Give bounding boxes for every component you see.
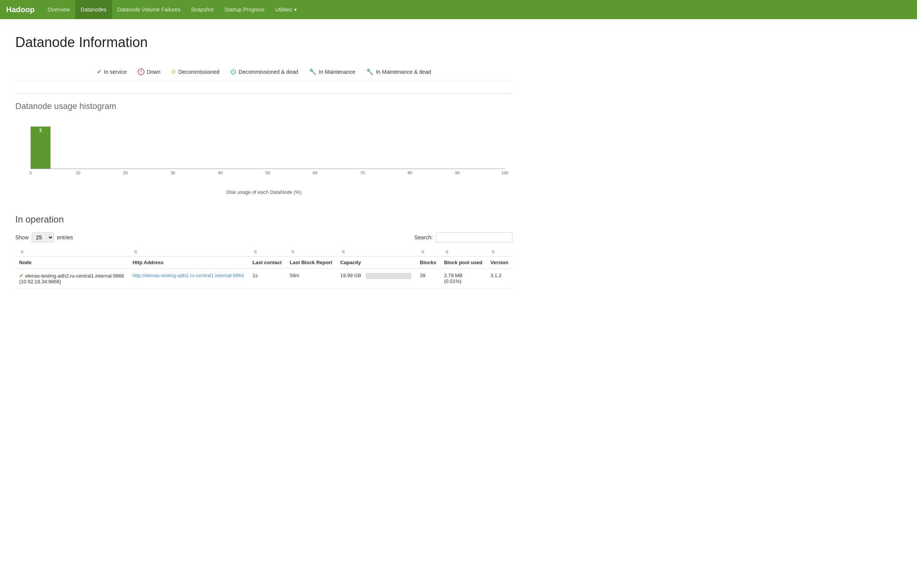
in-maintenance-icon: 🔧 (309, 68, 317, 75)
table-controls: Show 25 10 50 100 entries Search: (15, 232, 512, 242)
histogram-title: Datanode usage histogram (15, 101, 512, 111)
navbar-brand[interactable]: Hadoop (6, 5, 34, 14)
x-tick-60: 60 (313, 171, 317, 175)
http-address-link[interactable]: http://elenas-testing-adh2.ru-central1.i… (133, 273, 244, 278)
utilities-label: Utilities (275, 6, 293, 13)
col-node: Node (15, 257, 129, 269)
sort-capacity: ⇅ (337, 248, 416, 257)
entries-label: entries (57, 234, 73, 240)
histogram-bar: 2 (31, 127, 50, 169)
status-decommissioned-dead: ⏻ Decommissioned & dead (230, 68, 298, 75)
status-legend: ✔ In service ! Down ⊘ Decommissioned ⏻ D… (15, 62, 512, 82)
sort-capacity-icon[interactable]: ⇅ (341, 250, 345, 254)
dropdown-arrow-icon: ▾ (294, 6, 297, 13)
status-down: ! Down (138, 68, 161, 75)
table-body: ✔ elenas-testing-adh2.ru-central1.intern… (15, 269, 512, 289)
navbar: Hadoop Overview Datanodes Datanode Volum… (0, 0, 917, 19)
search-box: Search: (415, 232, 512, 242)
cell-blocks: 39 (416, 269, 440, 289)
col-blocks: Blocks (416, 257, 440, 269)
status-in-maintenance-dead: 🔧 In Maintenance & dead (366, 68, 431, 75)
down-icon: ! (138, 68, 145, 75)
nav-item-snapshot[interactable]: Snapshot (186, 0, 219, 19)
x-tick-50: 50 (265, 171, 270, 175)
capacity-label: 19.99 GB (340, 273, 361, 278)
operation-title: In operation (15, 214, 512, 225)
search-input[interactable] (436, 232, 512, 242)
sort-last-contact-icon[interactable]: ⇅ (254, 250, 257, 254)
sort-version-icon[interactable]: ⇅ (491, 250, 495, 254)
sort-last-block: ⇅ (286, 248, 337, 257)
x-tick-30: 30 (171, 171, 175, 175)
operation-section: In operation Show 25 10 50 100 entries S… (15, 214, 512, 289)
sort-node: ⇅ (15, 248, 129, 257)
x-tick-70: 70 (360, 171, 365, 175)
node-name: elenas-testing-adh2.ru-central1.internal… (19, 273, 124, 284)
entries-select[interactable]: 25 10 50 100 (32, 232, 54, 242)
in-service-icon: ✔ (97, 68, 102, 75)
in-maintenance-label: In Maintenance (319, 69, 356, 75)
col-http-address: Http Address (129, 257, 249, 269)
cell-node: ✔ elenas-testing-adh2.ru-central1.intern… (15, 269, 129, 289)
capacity-bar-container (366, 273, 411, 279)
cell-last-block-report: 59m (286, 269, 337, 289)
in-maintenance-dead-icon: 🔧 (366, 68, 374, 75)
sort-blocks-icon[interactable]: ⇅ (421, 250, 424, 254)
x-tick-90: 90 (455, 171, 460, 175)
decommissioned-dead-icon: ⏻ (230, 68, 236, 75)
sort-block-pool-icon[interactable]: ⇅ (445, 250, 449, 254)
histogram-chart: 2 0 10 20 30 40 50 60 70 80 90 100 (31, 117, 505, 178)
x-tick-20: 20 (123, 171, 128, 175)
cell-version: 3.1.2 (486, 269, 512, 289)
sort-http-icon[interactable]: ⇅ (134, 250, 137, 254)
page-title: Datanode Information (15, 34, 512, 50)
sort-last-contact: ⇅ (249, 248, 286, 257)
decommissioned-dead-label: Decommissioned & dead (239, 69, 298, 75)
sort-last-block-icon[interactable]: ⇅ (291, 250, 294, 254)
show-entries-control: Show 25 10 50 100 entries (15, 232, 73, 242)
datanodes-table: ⇅ ⇅ ⇅ ⇅ ⇅ ⇅ ⇅ ⇅ Node Http Address Last c… (15, 248, 512, 289)
search-label: Search: (415, 234, 433, 240)
x-tick-0: 0 (29, 171, 32, 175)
cell-capacity: 19.99 GB (337, 269, 416, 289)
sort-node-icon[interactable]: ⇅ (20, 250, 24, 254)
sort-http: ⇅ (129, 248, 249, 257)
cell-block-pool-used: 2.79 MB(0.01%) (440, 269, 486, 289)
histogram-section: Datanode usage histogram 2 0 10 20 30 40… (15, 93, 512, 195)
show-label: Show (15, 234, 29, 240)
node-status-icon: ✔ (19, 273, 24, 279)
down-label: Down (147, 69, 161, 75)
status-in-service: ✔ In service (97, 68, 127, 75)
sort-block-pool: ⇅ (440, 248, 486, 257)
col-capacity: Capacity (337, 257, 416, 269)
decommissioned-label: Decommissioned (178, 69, 219, 75)
decommissioned-icon: ⊘ (171, 68, 176, 75)
col-version: Version (486, 257, 512, 269)
col-last-contact: Last contact (249, 257, 286, 269)
main-content: Datanode Information ✔ In service ! Down… (0, 19, 528, 304)
sort-blocks: ⇅ (416, 248, 440, 257)
nav-item-volume-failures[interactable]: Datanode Volume Failures (112, 0, 186, 19)
nav-item-overview[interactable]: Overview (42, 0, 75, 19)
column-header-row: Node Http Address Last contact Last Bloc… (15, 257, 512, 269)
nav-item-startup-progress[interactable]: Startup Progress (219, 0, 270, 19)
x-tick-80: 80 (408, 171, 412, 175)
cell-http-address: http://elenas-testing-adh2.ru-central1.i… (129, 269, 249, 289)
table-row: ✔ elenas-testing-adh2.ru-central1.intern… (15, 269, 512, 289)
histogram-bar-value: 2 (39, 128, 42, 133)
nav-item-utilities[interactable]: Utilities ▾ (270, 0, 302, 19)
x-tick-40: 40 (218, 171, 223, 175)
cell-last-contact: 1s (249, 269, 286, 289)
sort-version: ⇅ (486, 248, 512, 257)
status-in-maintenance: 🔧 In Maintenance (309, 68, 356, 75)
col-block-pool-used: Block pool used (440, 257, 486, 269)
sort-row: ⇅ ⇅ ⇅ ⇅ ⇅ ⇅ ⇅ ⇅ (15, 248, 512, 257)
x-axis: 0 10 20 30 40 50 60 70 80 90 100 (31, 169, 505, 178)
x-axis-label: Disk usage of each DataNode (%) (15, 189, 512, 195)
status-decommissioned: ⊘ Decommissioned (171, 68, 219, 75)
in-maintenance-dead-label: In Maintenance & dead (376, 69, 431, 75)
x-tick-10: 10 (76, 171, 80, 175)
x-tick-100: 100 (501, 171, 508, 175)
nav-item-datanodes[interactable]: Datanodes (75, 0, 112, 19)
col-last-block-report: Last Block Report (286, 257, 337, 269)
